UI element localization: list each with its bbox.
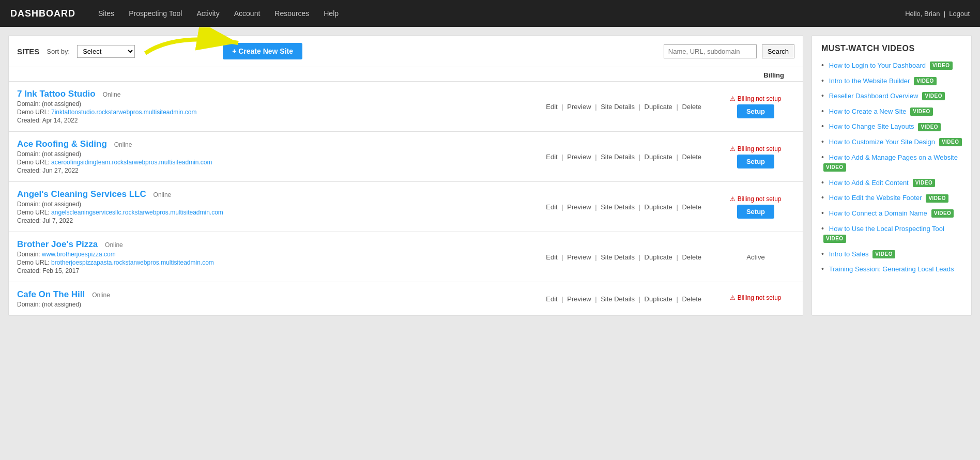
nav-prospecting[interactable]: Prospecting Tool (121, 0, 189, 27)
site-details-link[interactable]: Site Details (601, 153, 635, 161)
site-created: Created: Jul 7, 2022 (17, 217, 546, 224)
sites-title: SITES (17, 47, 39, 56)
site-name-link[interactable]: Cafe On The Hill (17, 289, 85, 299)
table-row: Cafe On The Hill Online Domain: (not ass… (9, 282, 803, 315)
preview-link[interactable]: Preview (567, 295, 591, 303)
site-actions: Edit | Preview | Site Details | Duplicat… (546, 153, 701, 161)
setup-button[interactable]: Setup (737, 155, 774, 168)
duplicate-link[interactable]: Duplicate (645, 295, 672, 303)
site-name-link[interactable]: Ace Roofing & Siding (17, 139, 107, 149)
site-info: Ace Roofing & Siding Online Domain: (not… (17, 139, 546, 174)
nav-help[interactable]: Help (316, 0, 346, 27)
video-badge: VIDEO (910, 108, 933, 116)
status-badge: Online (114, 141, 132, 148)
list-item: How to Use the Local Prospecting Tool VI… (821, 224, 962, 244)
site-details-link[interactable]: Site Details (601, 203, 635, 211)
edit-link[interactable]: Edit (546, 153, 557, 161)
video-badge: VIDEO (913, 179, 936, 187)
duplicate-link[interactable]: Duplicate (645, 103, 672, 111)
site-created: Created: Jun 27, 2022 (17, 167, 546, 174)
video-link[interactable]: How to Login to Your Dashboard (829, 62, 926, 69)
delete-link[interactable]: Delete (682, 295, 701, 303)
duplicate-link[interactable]: Duplicate (645, 253, 672, 261)
edit-link[interactable]: Edit (546, 103, 557, 111)
video-link[interactable]: How to Add & Edit Content (829, 179, 909, 187)
billing-warning: Billing not setup (717, 95, 794, 102)
delete-link[interactable]: Delete (682, 203, 701, 211)
site-info: 7 Ink Tattoo Studio Online Domain: (not … (17, 89, 546, 124)
delete-link[interactable]: Delete (682, 103, 701, 111)
video-link[interactable]: Intro to Sales (829, 250, 869, 258)
preview-link[interactable]: Preview (567, 103, 591, 111)
site-details-link[interactable]: Site Details (601, 253, 635, 261)
billing-header-row: Billing (9, 67, 803, 81)
video-link[interactable]: How to Edit the Website Footer (829, 194, 922, 202)
table-row: Brother Joe's Pizza Online Domain: www.b… (9, 232, 803, 282)
list-item: How to Connect a Domain Name VIDEO (821, 208, 962, 219)
video-link[interactable]: How to Change Site Layouts (829, 122, 914, 130)
search-button[interactable]: Search (762, 44, 794, 58)
site-created: Created: Feb 15, 2017 (17, 267, 546, 274)
demo-url-link[interactable]: aceroofingsidingteam.rockstarwebpros.mul… (51, 159, 212, 166)
site-name-link[interactable]: 7 Ink Tattoo Studio (17, 89, 96, 99)
nav-resources[interactable]: Resources (267, 0, 316, 27)
domain-link[interactable]: www.brotherjoespizza.com (42, 251, 116, 258)
nav-activity[interactable]: Activity (189, 0, 226, 27)
video-link[interactable]: Reseller Dashboard Overview (829, 92, 918, 100)
list-item: Intro to Sales VIDEO (821, 249, 962, 259)
user-greeting: Hello, Brian (905, 10, 940, 18)
video-link[interactable]: Intro to the Website Builder (829, 77, 910, 85)
site-details-link[interactable]: Site Details (601, 295, 635, 303)
list-item: How to Create a New Site VIDEO (821, 106, 962, 117)
billing-column: Billing not setup Setup (717, 145, 794, 168)
site-info: Angel's Cleaning Services LLC Online Dom… (17, 189, 546, 224)
site-domain: Domain: www.brotherjoespizza.com (17, 251, 546, 258)
status-badge: Online (154, 191, 172, 198)
preview-link[interactable]: Preview (567, 153, 591, 161)
video-link[interactable]: How to Customize Your Site Design (829, 138, 935, 146)
status-badge: Online (105, 241, 123, 249)
video-badge: VIDEO (931, 209, 954, 218)
setup-button[interactable]: Setup (737, 104, 774, 118)
list-item: How to Edit the Website Footer VIDEO (821, 193, 962, 203)
video-badge: VIDEO (930, 62, 953, 70)
sort-label: Sort by: (47, 48, 70, 55)
list-item: How to Login to Your Dashboard VIDEO (821, 60, 962, 71)
nav-sites[interactable]: Sites (91, 0, 121, 27)
delete-link[interactable]: Delete (682, 253, 701, 261)
edit-link[interactable]: Edit (546, 203, 557, 211)
search-input[interactable] (664, 44, 757, 58)
brand-logo: DASHBOARD (10, 8, 75, 19)
billing-column: Billing not setup Setup (717, 95, 794, 118)
delete-link[interactable]: Delete (682, 153, 701, 161)
demo-url-link[interactable]: 7inktattoostudio.rockstarwebpros.multisi… (51, 109, 196, 116)
logout-link[interactable]: Logout (949, 10, 970, 18)
duplicate-link[interactable]: Duplicate (645, 203, 672, 211)
site-demo-url: Demo URL: 7inktattoostudio.rockstarwebpr… (17, 109, 546, 116)
video-badge: VIDEO (918, 123, 941, 131)
preview-link[interactable]: Preview (567, 253, 591, 261)
video-badge: VIDEO (823, 235, 846, 243)
video-link[interactable]: How to Connect a Domain Name (829, 209, 927, 217)
demo-url-link[interactable]: angelscleaningservicesllc.rockstarwebpro… (51, 209, 223, 216)
edit-link[interactable]: Edit (546, 295, 557, 303)
site-details-link[interactable]: Site Details (601, 103, 635, 111)
duplicate-link[interactable]: Duplicate (645, 153, 672, 161)
site-name-link[interactable]: Angel's Cleaning Services LLC (17, 189, 146, 199)
preview-link[interactable]: Preview (567, 203, 591, 211)
setup-button[interactable]: Setup (737, 205, 774, 219)
sites-panel: SITES Sort by: SelectNameDate CreatedSta… (8, 35, 803, 316)
edit-link[interactable]: Edit (546, 253, 557, 261)
create-new-site-button[interactable]: + Create New Site (223, 43, 302, 59)
video-link[interactable]: Training Session: Generating Local Leads (829, 265, 954, 273)
video-link[interactable]: How to Use the Local Prospecting Tool (829, 225, 944, 233)
site-name-link[interactable]: Brother Joe's Pizza (17, 239, 98, 249)
video-link[interactable]: How to Add & Manage Pages on a Website (829, 154, 958, 161)
video-badge: VIDEO (926, 194, 948, 203)
demo-url-link[interactable]: brotherjoespizzapasta.rockstarwebpros.mu… (51, 259, 214, 266)
video-badge: VIDEO (922, 92, 945, 100)
sort-select[interactable]: SelectNameDate CreatedStatus (77, 45, 135, 58)
nav-account[interactable]: Account (227, 0, 268, 27)
video-link[interactable]: How to Create a New Site (829, 108, 907, 115)
list-item: How to Add & Manage Pages on a Website V… (821, 152, 962, 173)
